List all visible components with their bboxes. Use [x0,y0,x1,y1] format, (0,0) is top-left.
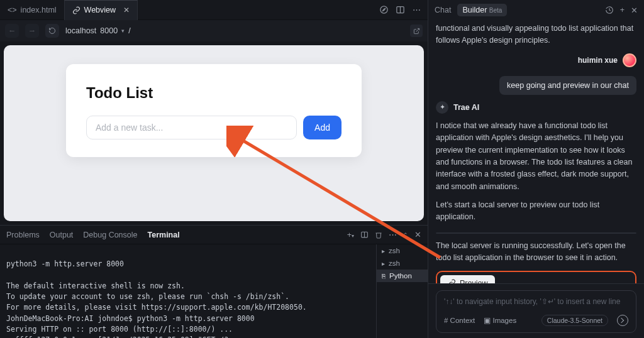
close-icon[interactable]: ✕ [123,6,130,14]
url-port[interactable]: 8000 [100,26,118,35]
panel-tab-debug[interactable]: Debug Console [83,231,137,239]
svg-line-4 [416,28,419,31]
webview-address-bar: ← → localhost 8000 ▾ / [0,20,428,41]
link-icon [448,279,456,283]
bottom-panel: Problems Output Debug Console Terminal +… [0,225,428,338]
link-icon: ⎘ [382,273,386,280]
terminal-session-list: ▸zsh ▸zsh ⎘Python [376,244,428,338]
assistant-text-partial: functional and visually appealing todo l… [436,23,636,47]
split-terminal-icon[interactable] [360,231,369,239]
history-icon[interactable] [605,6,614,15]
ai-name: Trae AI [453,103,479,112]
open-external-icon[interactable] [410,25,423,37]
chevron-up-icon[interactable]: ⌃ [403,232,408,238]
user-name: huimin xue [578,56,618,65]
assistant-text: The local server is running successfully… [436,240,636,264]
chat-scroll[interactable]: functional and visually appealing todo l… [428,20,644,283]
avatar [623,53,636,67]
chevron-down-icon[interactable]: ▾ [121,28,125,34]
page-title: Todo List [86,84,341,102]
preview-button[interactable]: Preview [440,275,495,284]
add-terminal-icon[interactable]: +▾ [347,231,354,239]
chat-input[interactable]: '↑↓' to navigate input history, '⇧↵' to … [436,290,636,333]
terminal-session-python[interactable]: ⎘Python [377,270,428,282]
chat-header: Chat Builder Beta + ✕ [428,0,644,20]
add-button[interactable]: Add [303,116,341,139]
new-chat-icon[interactable]: + [620,6,625,15]
panel-tab-problems[interactable]: Problems [6,231,40,239]
chat-input-placeholder: '↑↓' to navigate input history, '⇧↵' to … [444,297,628,306]
compass-icon[interactable] [379,5,389,15]
more-icon[interactable]: ⋯ [411,5,421,15]
split-editor-icon[interactable] [395,5,405,15]
close-icon[interactable]: ✕ [631,6,638,15]
code-block: ▸ AI/ Terminal › python3 -m http.server … [436,232,636,234]
mode-chat[interactable]: Chat [435,6,451,14]
close-icon[interactable]: ✕ [414,230,421,239]
mode-builder[interactable]: Builder Beta [457,4,507,16]
link-icon [72,6,80,14]
terminal-session-zsh[interactable]: ▸zsh [377,257,428,270]
model-selector[interactable]: Claude-3.5-Sonnet [541,315,608,326]
panel-tab-terminal[interactable]: Terminal [148,231,180,239]
assistant-text: Let's start a local server to preview ou… [436,199,636,224]
ai-avatar: ✦ [436,101,448,114]
trash-icon[interactable] [375,231,382,239]
assistant-text: I notice that we already have a function… [436,120,636,193]
images-button[interactable]: ▣ Images [484,316,516,325]
reload-button[interactable] [45,24,59,38]
new-task-input[interactable] [86,116,297,139]
webview-viewport: Todo List Add [4,45,424,221]
annotation-highlight: Preview [436,271,636,284]
user-message: keep going and preview in our chat [499,76,636,95]
panel-tab-output[interactable]: Output [50,231,74,239]
todo-card: Todo List Add [66,64,362,157]
context-button[interactable]: # Context [444,317,475,324]
tab-index-html[interactable]: <> index.html [0,0,64,20]
editor-tab-bar: <> index.html Webview ✕ ⋯ [0,0,428,20]
nav-forward-button[interactable]: → [25,24,39,38]
svg-point-0 [380,6,387,13]
code-icon: <> [8,6,17,14]
more-icon[interactable]: ⋯ [389,230,397,239]
tab-webview[interactable]: Webview ✕ [64,0,138,20]
url-host[interactable]: localhost [65,26,96,35]
chat-input-area: '↑↓' to navigate input history, '⇧↵' to … [428,283,644,338]
terminal-session-zsh[interactable]: ▸zsh [377,244,428,257]
url-path[interactable]: / [128,26,130,35]
tab-label: index.html [21,6,57,14]
svg-marker-1 [382,8,386,11]
tab-label: Webview [84,6,116,14]
terminal-output[interactable]: python3 -m http.server 8000 The default … [0,244,376,338]
nav-back-button[interactable]: ← [5,24,19,38]
send-button[interactable] [617,315,628,326]
